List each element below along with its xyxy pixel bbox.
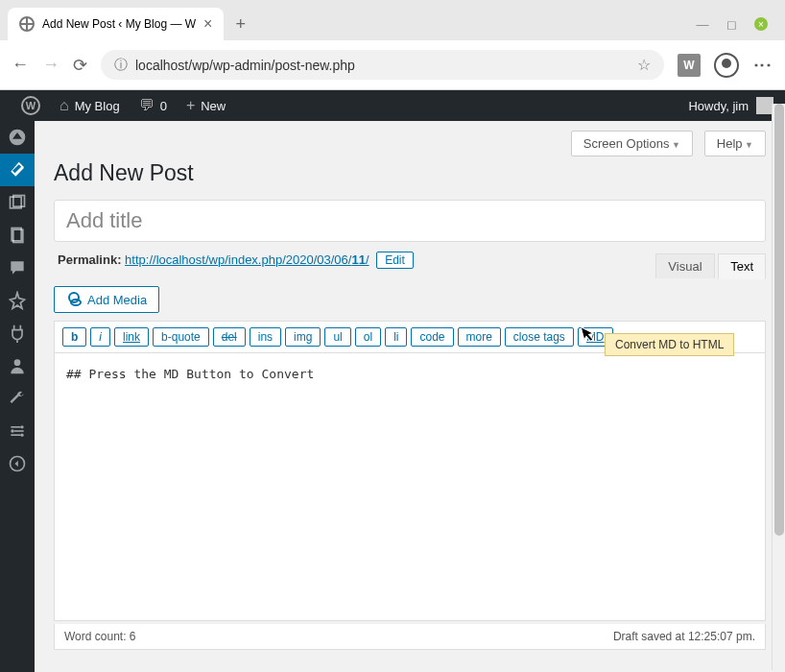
tab-visual[interactable]: Visual (655, 253, 714, 278)
content-area: Screen Options Help Add New Post Permali… (35, 121, 785, 672)
reload-button[interactable]: ⟳ (73, 55, 87, 76)
svg-point-8 (20, 425, 23, 428)
comment-count: 0 (160, 99, 167, 113)
editor-status-bar: Word count: 6 Draft saved at 12:25:07 pm… (54, 624, 766, 650)
minimize-icon[interactable]: — (697, 18, 708, 30)
profile-icon[interactable] (714, 53, 739, 78)
close-icon[interactable]: × (203, 15, 212, 33)
sidebar-item-settings[interactable] (0, 415, 35, 447)
sidebar-item-comments[interactable] (0, 252, 35, 284)
qt-bold[interactable]: b (62, 327, 86, 347)
sidebar-item-posts[interactable] (0, 154, 35, 186)
url-bar: ← → ⟳ ⓘ localhost/wp/wp-admin/post-new.p… (0, 40, 785, 89)
sidebar-item-pages[interactable] (0, 219, 35, 252)
tab-text[interactable]: Text (718, 253, 766, 279)
page-title: Add New Post (54, 160, 766, 186)
forward-button[interactable]: → (42, 55, 59, 75)
post-title-input[interactable] (54, 200, 766, 242)
tab-title: Add New Post ‹ My Blog — W (42, 17, 196, 31)
globe-icon (19, 16, 35, 32)
sidebar-item-appearance[interactable] (0, 284, 35, 317)
qt-code[interactable]: code (411, 327, 453, 347)
qt-ul[interactable]: ul (324, 327, 350, 347)
svg-rect-7 (11, 434, 20, 436)
qt-ins[interactable]: ins (250, 327, 281, 347)
scrollbar[interactable] (772, 104, 785, 670)
comments-link[interactable]: 💬︎ 0 (130, 97, 177, 114)
url-field[interactable]: ⓘ localhost/wp/wp-admin/post-new.php ☆ (101, 50, 664, 80)
admin-bar: W ⌂ My Blog 💬︎ 0 + New Howdy, jim (0, 90, 785, 121)
site-name-label: My Blog (75, 99, 120, 113)
new-tab-button[interactable]: + (227, 11, 253, 38)
qt-more[interactable]: more (458, 327, 501, 347)
tab-bar: Add New Post ‹ My Blog — W × + — ◻ × (0, 0, 785, 40)
add-media-label: Add Media (87, 293, 147, 307)
content-editor[interactable] (54, 352, 766, 621)
admin-sidebar (0, 121, 35, 672)
sidebar-collapse[interactable] (0, 447, 35, 480)
svg-point-9 (11, 429, 13, 432)
sidebar-item-tools[interactable] (0, 382, 35, 415)
qt-li[interactable]: li (385, 327, 407, 347)
back-button[interactable]: ← (12, 55, 29, 75)
browser-tab[interactable]: Add New Post ‹ My Blog — W × (8, 8, 224, 40)
help-button[interactable]: Help (704, 131, 766, 156)
draft-saved: Draft saved at 12:25:07 pm. (613, 630, 755, 643)
bookmark-icon[interactable]: ☆ (637, 56, 651, 74)
tooltip: Convert MD to HTML (605, 333, 734, 356)
site-name[interactable]: ⌂ My Blog (50, 97, 130, 114)
sidebar-item-media[interactable] (0, 186, 35, 219)
edit-permalink-button[interactable]: Edit (376, 252, 414, 269)
extension-icon[interactable]: W (678, 54, 701, 77)
wp-body: Screen Options Help Add New Post Permali… (0, 121, 785, 672)
qt-italic[interactable]: i (90, 327, 110, 347)
qt-blockquote[interactable]: b-quote (153, 327, 209, 347)
qt-ol[interactable]: ol (355, 327, 381, 347)
home-icon: ⌂ (59, 97, 69, 114)
permalink-label: Permalink: (58, 252, 121, 267)
svg-point-4 (14, 359, 21, 366)
comment-icon: 💬︎ (139, 97, 155, 114)
browser-menu-icon[interactable]: ⋮ (752, 57, 773, 73)
close-window-icon[interactable]: × (754, 17, 768, 31)
sidebar-item-users[interactable] (0, 349, 35, 382)
add-media-button[interactable]: Add Media (54, 286, 159, 313)
greeting[interactable]: Howdy, jim (688, 99, 749, 113)
info-icon[interactable]: ⓘ (114, 57, 128, 74)
sidebar-item-dashboard[interactable] (0, 121, 35, 154)
browser-chrome: Add New Post ‹ My Blog — W × + — ◻ × ← →… (0, 0, 785, 90)
wp-logo[interactable]: W (12, 96, 50, 115)
url-text: localhost/wp/wp-admin/post-new.php (135, 58, 355, 73)
screen-options-button[interactable]: Screen Options (571, 131, 693, 156)
qt-link[interactable]: link (114, 327, 149, 347)
qt-img[interactable]: img (285, 327, 321, 347)
new-content[interactable]: + New (177, 97, 235, 114)
media-icon (66, 292, 82, 307)
plus-icon: + (186, 97, 195, 114)
svg-point-10 (20, 434, 23, 437)
permalink-url[interactable]: http://localhost/wp/index.php/2020/03/06… (125, 252, 369, 267)
qt-close-tags[interactable]: close tags (505, 327, 574, 347)
qt-del[interactable]: del (213, 327, 246, 347)
window-controls: — ◻ × (697, 17, 777, 31)
sidebar-item-plugins[interactable] (0, 317, 35, 349)
word-count: Word count: 6 (64, 630, 135, 643)
svg-rect-6 (14, 430, 24, 432)
new-label: New (201, 99, 226, 113)
maximize-icon[interactable]: ◻ (726, 18, 737, 30)
svg-rect-5 (11, 426, 20, 428)
